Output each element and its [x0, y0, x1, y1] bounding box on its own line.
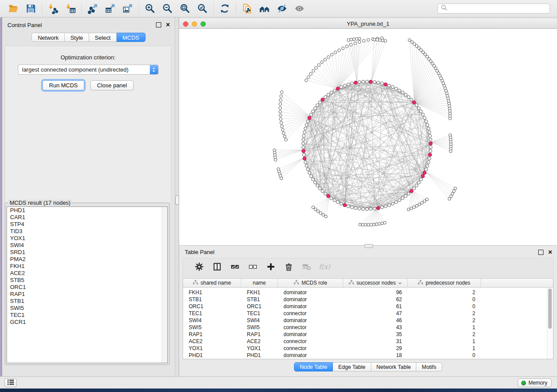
- close-panel-icon[interactable]: ×: [166, 23, 170, 27]
- export-table-button[interactable]: [101, 2, 119, 16]
- export-image-button[interactable]: [119, 2, 136, 16]
- table-panel-grip[interactable]: [364, 244, 373, 248]
- columns-button[interactable]: [208, 259, 226, 275]
- column-header-name[interactable]: name: [241, 279, 278, 287]
- result-node-item[interactable]: GCR1: [7, 319, 167, 326]
- column-header-shared-name[interactable]: shared name: [183, 279, 241, 287]
- table-scrollbar[interactable]: [547, 288, 553, 359]
- first-neighbors-button[interactable]: [256, 2, 273, 16]
- tab-style[interactable]: Style: [65, 33, 89, 42]
- show-all-button[interactable]: [291, 2, 308, 16]
- table-row-SWI5[interactable]: SWI5SWI5connector431: [183, 324, 553, 331]
- float-table-panel-icon[interactable]: [538, 250, 543, 255]
- delete-table-button: [298, 259, 315, 275]
- memory-button[interactable]: Memory: [518, 378, 552, 387]
- table-row-FKH1[interactable]: FKH1FKH1dominator962: [183, 289, 553, 296]
- result-node-item[interactable]: SRD1: [7, 249, 167, 256]
- result-node-item[interactable]: STB1: [7, 298, 167, 305]
- deselect-all-button[interactable]: [244, 259, 262, 275]
- cell-predecessor-nodes: 1: [408, 324, 481, 331]
- close-panel-button[interactable]: Close panel: [90, 80, 134, 90]
- select-all-button[interactable]: [226, 259, 244, 275]
- open-button[interactable]: [4, 2, 22, 16]
- result-node-item[interactable]: TID3: [7, 228, 167, 235]
- table-tabs: Node TableEdge TableNetwork TableMotifs: [179, 362, 557, 371]
- splitter-grip[interactable]: [175, 196, 179, 205]
- network-canvas[interactable]: [179, 29, 557, 246]
- column-header-successor-nodes[interactable]: successor nodes: [343, 279, 408, 287]
- add-button[interactable]: [262, 259, 280, 275]
- tab-mcds[interactable]: MCDS: [117, 33, 145, 42]
- toolbar-separator: [213, 3, 214, 15]
- toolbar-separator: [235, 3, 236, 15]
- table-row-TEC1[interactable]: TEC1TEC1connector472: [183, 310, 553, 317]
- result-node-item[interactable]: TEC1: [7, 312, 167, 319]
- cell-successor-nodes: 29: [343, 345, 408, 352]
- table-row-ACE2[interactable]: ACE2ACE2connector311: [183, 338, 553, 345]
- tab-node-table[interactable]: Node Table: [294, 362, 333, 371]
- hide-selected-button[interactable]: [273, 2, 291, 16]
- table-panel-title: Table Panel: [185, 249, 538, 255]
- export-network-button[interactable]: [84, 2, 101, 16]
- run-mcds-button[interactable]: Run MCDS: [42, 80, 84, 90]
- cell-shared-name: TEC1: [183, 310, 241, 317]
- result-node-item[interactable]: STB5: [7, 277, 167, 284]
- result-node-item[interactable]: RAP1: [7, 291, 167, 298]
- column-header-predecessor-nodes[interactable]: predecessor nodes: [408, 279, 481, 287]
- delete-table-icon: [302, 262, 311, 272]
- search-box[interactable]: [437, 3, 550, 14]
- network-title: YPA_prune.txt_1: [179, 21, 557, 27]
- tab-network-table[interactable]: Network Table: [371, 362, 417, 371]
- cell-predecessor-nodes: 1: [408, 345, 481, 352]
- import-table-button[interactable]: [62, 2, 79, 16]
- result-node-item[interactable]: SWI5: [7, 305, 167, 312]
- refresh-button[interactable]: [216, 2, 233, 16]
- column-label: name: [253, 280, 266, 286]
- tab-network[interactable]: Network: [31, 33, 65, 42]
- result-node-item[interactable]: PMA2: [7, 256, 167, 263]
- result-node-item[interactable]: YOX1: [7, 235, 167, 242]
- tab-motifs[interactable]: Motifs: [416, 362, 442, 371]
- close-table-panel-icon[interactable]: ×: [548, 250, 552, 254]
- result-node-item[interactable]: SWI4: [7, 242, 167, 249]
- criterion-dropdown[interactable]: largest connected component (undirected): [18, 65, 159, 75]
- delete-button[interactable]: [280, 259, 298, 275]
- result-list-scrollbar[interactable]: [162, 207, 167, 363]
- result-node-item[interactable]: PHD1: [7, 207, 167, 214]
- table-row-STB1[interactable]: STB1STB1dominator620: [183, 296, 553, 303]
- result-node-item[interactable]: STP4: [7, 221, 167, 228]
- zoom-out-button[interactable]: [159, 2, 176, 16]
- dropdown-stepper-icon: [150, 65, 158, 74]
- result-node-item[interactable]: FKH1: [7, 263, 167, 270]
- table-row-PHD1[interactable]: PHD1PHD1dominator180: [183, 352, 553, 359]
- result-node-item[interactable]: CAR1: [7, 214, 167, 221]
- table-scrollbar-thumb[interactable]: [548, 289, 552, 329]
- column-header-MCDS-role[interactable]: MCDS role: [278, 279, 343, 287]
- import-network-button[interactable]: [44, 2, 62, 16]
- cell-shared-name: STB1: [183, 296, 241, 303]
- export-image-icon: [122, 3, 133, 14]
- float-panel-icon[interactable]: [156, 22, 161, 28]
- table-row-YOX1[interactable]: YOX1YOX1connector291: [183, 345, 553, 352]
- save-button[interactable]: [22, 2, 39, 16]
- zoom-in-button[interactable]: [141, 2, 159, 16]
- panel-splitter[interactable]: [175, 17, 179, 376]
- result-node-item[interactable]: ACE2: [7, 270, 167, 277]
- zoom-selected-button[interactable]: [194, 2, 211, 16]
- result-node-item[interactable]: ORC1: [7, 284, 167, 291]
- tab-select[interactable]: Select: [89, 33, 117, 42]
- search-input[interactable]: [450, 4, 550, 13]
- memory-label: Memory: [529, 380, 547, 386]
- task-history-button[interactable]: [4, 378, 17, 387]
- clone-network-button[interactable]: [238, 2, 256, 16]
- tab-edge-table[interactable]: Edge Table: [333, 362, 371, 371]
- table-row-ORC1[interactable]: ORC1ORC1dominator610: [183, 303, 553, 310]
- mcds-result-list[interactable]: PHD1CAR1STP4TID3YOX1SWI4SRD1PMA2FKH1ACE2…: [7, 206, 168, 363]
- gear-button[interactable]: [190, 259, 208, 275]
- zoom-fit-button[interactable]: [176, 2, 194, 16]
- table-row-RAP1[interactable]: RAP1RAP1dominator352: [183, 331, 553, 338]
- table-row-SWI4[interactable]: SWI4SWI4dominator462: [183, 317, 553, 324]
- cell-shared-name: ORC1: [183, 303, 241, 310]
- node-table-body: FKH1FKH1dominator962STB1STB1dominator620…: [183, 288, 553, 359]
- cell-name: FKH1: [241, 289, 278, 296]
